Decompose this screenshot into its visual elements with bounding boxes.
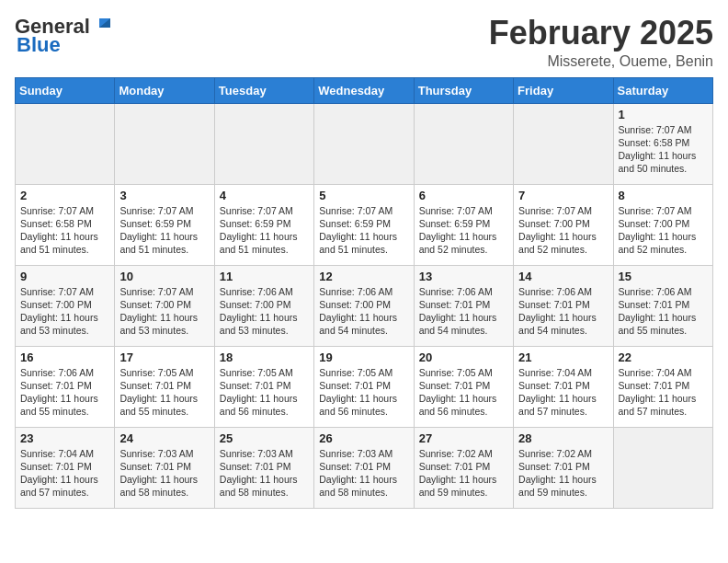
day-info: Sunrise: 7:07 AM Sunset: 6:59 PM Dayligh… (419, 204, 508, 257)
calendar-week-row: 16Sunrise: 7:06 AM Sunset: 7:01 PM Dayli… (16, 346, 713, 427)
day-info: Sunrise: 7:04 AM Sunset: 7:01 PM Dayligh… (619, 366, 708, 419)
calendar-cell: 8Sunrise: 7:07 AM Sunset: 7:00 PM Daylig… (613, 184, 712, 265)
calendar-week-row: 1Sunrise: 7:07 AM Sunset: 6:58 PM Daylig… (16, 103, 713, 184)
day-info: Sunrise: 7:07 AM Sunset: 6:59 PM Dayligh… (319, 204, 408, 257)
calendar-cell: 16Sunrise: 7:06 AM Sunset: 7:01 PM Dayli… (16, 346, 115, 427)
day-info: Sunrise: 7:07 AM Sunset: 6:59 PM Dayligh… (220, 204, 309, 257)
calendar-cell: 2Sunrise: 7:07 AM Sunset: 6:58 PM Daylig… (16, 184, 115, 265)
day-info: Sunrise: 7:02 AM Sunset: 7:01 PM Dayligh… (419, 447, 508, 500)
logo-blue: Blue (17, 33, 61, 57)
calendar-cell: 10Sunrise: 7:07 AM Sunset: 7:00 PM Dayli… (115, 265, 214, 346)
title-block: February 2025 Misserete, Oueme, Benin (489, 15, 713, 70)
calendar-table: SundayMondayTuesdayWednesdayThursdayFrid… (15, 77, 713, 509)
day-number: 20 (419, 350, 508, 364)
calendar-cell (214, 103, 313, 184)
day-number: 8 (619, 189, 708, 202)
day-number: 13 (419, 270, 508, 283)
calendar-cell (514, 103, 613, 184)
calendar-cell: 24Sunrise: 7:03 AM Sunset: 7:01 PM Dayli… (115, 427, 214, 508)
day-number: 2 (20, 189, 109, 202)
day-info: Sunrise: 7:03 AM Sunset: 7:01 PM Dayligh… (319, 447, 408, 500)
day-number: 22 (619, 350, 708, 364)
calendar-cell: 19Sunrise: 7:05 AM Sunset: 7:01 PM Dayli… (314, 346, 414, 427)
weekday-header-saturday: Saturday (613, 77, 712, 103)
calendar-cell: 20Sunrise: 7:05 AM Sunset: 7:01 PM Dayli… (414, 346, 513, 427)
calendar-cell: 14Sunrise: 7:06 AM Sunset: 7:01 PM Dayli… (514, 265, 613, 346)
day-info: Sunrise: 7:06 AM Sunset: 7:01 PM Dayligh… (419, 285, 508, 338)
day-number: 27 (419, 431, 508, 445)
day-info: Sunrise: 7:07 AM Sunset: 7:00 PM Dayligh… (119, 285, 209, 338)
calendar-cell: 26Sunrise: 7:03 AM Sunset: 7:01 PM Dayli… (314, 427, 414, 508)
day-info: Sunrise: 7:06 AM Sunset: 7:00 PM Dayligh… (220, 285, 309, 338)
day-info: Sunrise: 7:05 AM Sunset: 7:01 PM Dayligh… (319, 366, 408, 419)
day-number: 11 (220, 270, 309, 283)
day-number: 12 (319, 270, 408, 283)
day-info: Sunrise: 7:06 AM Sunset: 7:00 PM Dayligh… (319, 285, 408, 338)
calendar-cell: 27Sunrise: 7:02 AM Sunset: 7:01 PM Dayli… (414, 427, 513, 508)
day-number: 9 (20, 270, 109, 283)
calendar-week-row: 2Sunrise: 7:07 AM Sunset: 6:58 PM Daylig… (16, 184, 713, 265)
day-info: Sunrise: 7:03 AM Sunset: 7:01 PM Dayligh… (119, 447, 209, 500)
day-info: Sunrise: 7:06 AM Sunset: 7:01 PM Dayligh… (20, 366, 109, 419)
day-number: 10 (119, 270, 209, 283)
calendar-cell: 11Sunrise: 7:06 AM Sunset: 7:00 PM Dayli… (214, 265, 313, 346)
day-number: 28 (518, 431, 608, 445)
day-number: 26 (319, 431, 408, 445)
day-number: 15 (619, 270, 708, 283)
day-number: 21 (518, 350, 608, 364)
calendar-cell: 15Sunrise: 7:06 AM Sunset: 7:01 PM Dayli… (613, 265, 712, 346)
day-info: Sunrise: 7:03 AM Sunset: 7:01 PM Dayligh… (220, 447, 309, 500)
calendar-week-row: 23Sunrise: 7:04 AM Sunset: 7:01 PM Dayli… (16, 427, 713, 508)
day-info: Sunrise: 7:02 AM Sunset: 7:01 PM Dayligh… (518, 447, 608, 500)
day-info: Sunrise: 7:07 AM Sunset: 7:00 PM Dayligh… (619, 204, 708, 257)
day-number: 3 (119, 189, 209, 202)
calendar-cell: 13Sunrise: 7:06 AM Sunset: 7:01 PM Dayli… (414, 265, 513, 346)
calendar-cell (314, 103, 414, 184)
weekday-header-row: SundayMondayTuesdayWednesdayThursdayFrid… (16, 77, 713, 103)
day-info: Sunrise: 7:06 AM Sunset: 7:01 PM Dayligh… (619, 285, 708, 338)
day-info: Sunrise: 7:04 AM Sunset: 7:01 PM Dayligh… (518, 366, 608, 419)
calendar-cell (115, 103, 214, 184)
day-number: 16 (20, 350, 109, 364)
day-number: 24 (119, 431, 209, 445)
day-number: 6 (419, 189, 508, 202)
calendar-cell: 9Sunrise: 7:07 AM Sunset: 7:00 PM Daylig… (16, 265, 115, 346)
calendar-cell: 3Sunrise: 7:07 AM Sunset: 6:59 PM Daylig… (115, 184, 214, 265)
weekday-header-thursday: Thursday (414, 77, 513, 103)
calendar-cell: 21Sunrise: 7:04 AM Sunset: 7:01 PM Dayli… (514, 346, 613, 427)
calendar-cell: 28Sunrise: 7:02 AM Sunset: 7:01 PM Dayli… (514, 427, 613, 508)
day-info: Sunrise: 7:07 AM Sunset: 6:58 PM Dayligh… (619, 123, 708, 176)
calendar-cell: 22Sunrise: 7:04 AM Sunset: 7:01 PM Dayli… (613, 346, 712, 427)
calendar-cell: 25Sunrise: 7:03 AM Sunset: 7:01 PM Dayli… (214, 427, 313, 508)
day-number: 1 (619, 108, 708, 121)
calendar-cell (16, 103, 115, 184)
logo-icon (92, 15, 112, 35)
weekday-header-monday: Monday (115, 77, 214, 103)
day-info: Sunrise: 7:04 AM Sunset: 7:01 PM Dayligh… (20, 447, 109, 500)
day-number: 7 (518, 189, 608, 202)
day-number: 19 (319, 350, 408, 364)
day-number: 18 (220, 350, 309, 364)
day-info: Sunrise: 7:07 AM Sunset: 6:58 PM Dayligh… (20, 204, 109, 257)
day-number: 23 (20, 431, 109, 445)
calendar-cell (414, 103, 513, 184)
day-info: Sunrise: 7:07 AM Sunset: 7:00 PM Dayligh… (518, 204, 608, 257)
calendar-cell: 18Sunrise: 7:05 AM Sunset: 7:01 PM Dayli… (214, 346, 313, 427)
calendar-cell (613, 427, 712, 508)
calendar-cell: 1Sunrise: 7:07 AM Sunset: 6:58 PM Daylig… (613, 103, 712, 184)
day-number: 5 (319, 189, 408, 202)
calendar-cell: 12Sunrise: 7:06 AM Sunset: 7:00 PM Dayli… (314, 265, 414, 346)
day-info: Sunrise: 7:07 AM Sunset: 7:00 PM Dayligh… (20, 285, 109, 338)
weekday-header-wednesday: Wednesday (314, 77, 414, 103)
calendar-cell: 4Sunrise: 7:07 AM Sunset: 6:59 PM Daylig… (214, 184, 313, 265)
day-number: 25 (220, 431, 309, 445)
day-info: Sunrise: 7:07 AM Sunset: 6:59 PM Dayligh… (119, 204, 209, 257)
day-info: Sunrise: 7:05 AM Sunset: 7:01 PM Dayligh… (119, 366, 209, 419)
calendar-cell: 7Sunrise: 7:07 AM Sunset: 7:00 PM Daylig… (514, 184, 613, 265)
calendar-cell: 23Sunrise: 7:04 AM Sunset: 7:01 PM Dayli… (16, 427, 115, 508)
calendar-cell: 5Sunrise: 7:07 AM Sunset: 6:59 PM Daylig… (314, 184, 414, 265)
day-number: 14 (518, 270, 608, 283)
calendar-cell: 6Sunrise: 7:07 AM Sunset: 6:59 PM Daylig… (414, 184, 513, 265)
day-info: Sunrise: 7:06 AM Sunset: 7:01 PM Dayligh… (518, 285, 608, 338)
month-title: February 2025 (489, 15, 713, 52)
